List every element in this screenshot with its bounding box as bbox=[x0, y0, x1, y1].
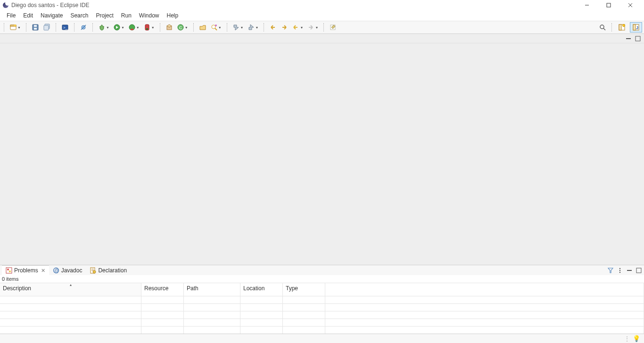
problems-count-text: 0 items bbox=[2, 276, 18, 282]
menu-navigate[interactable]: Navigate bbox=[37, 11, 66, 20]
toolbar-right: J bbox=[597, 22, 642, 33]
open-type-button[interactable] bbox=[198, 22, 208, 33]
menu-search[interactable]: Search bbox=[66, 11, 92, 20]
back-history-button[interactable]: ▼ bbox=[290, 22, 305, 33]
svg-rect-23 bbox=[131, 29, 133, 30]
table-header: ▴ Description Resource Path Location Typ… bbox=[0, 283, 644, 296]
java-perspective-button[interactable]: J bbox=[630, 22, 642, 33]
save-all-button[interactable] bbox=[41, 22, 52, 33]
new-java-package-button[interactable] bbox=[164, 22, 174, 33]
svg-point-47 bbox=[7, 269, 9, 270]
filter-icon[interactable] bbox=[607, 267, 614, 274]
save-button[interactable] bbox=[30, 22, 41, 33]
svg-rect-42 bbox=[633, 24, 636, 30]
search-button[interactable]: ▼ bbox=[209, 22, 223, 33]
toolbar-separator bbox=[227, 23, 227, 32]
svg-rect-46 bbox=[6, 268, 12, 273]
toolbar-separator bbox=[193, 23, 194, 32]
new-java-class-button[interactable]: C ▼ bbox=[175, 22, 190, 33]
run-button[interactable]: ▼ bbox=[112, 22, 126, 33]
column-type[interactable]: Type bbox=[283, 283, 325, 296]
access-search-button[interactable] bbox=[597, 22, 608, 33]
svg-rect-11 bbox=[44, 25, 49, 30]
minimize-button[interactable] bbox=[576, 0, 598, 10]
svg-rect-39 bbox=[619, 24, 621, 30]
svg-point-30 bbox=[212, 25, 215, 29]
svg-rect-1 bbox=[607, 3, 611, 7]
menu-bar: File Edit Navigate Search Project Run Wi… bbox=[0, 10, 644, 21]
menu-window[interactable]: Window bbox=[135, 11, 163, 20]
svg-point-16 bbox=[100, 25, 104, 30]
close-icon[interactable]: ✕ bbox=[41, 268, 45, 274]
svg-marker-55 bbox=[608, 268, 613, 273]
svg-text:@: @ bbox=[54, 268, 59, 273]
column-location[interactable]: Location bbox=[240, 283, 283, 296]
column-resource[interactable]: Resource bbox=[141, 283, 184, 296]
svg-text:C: C bbox=[179, 25, 182, 30]
tab-javadoc[interactable]: @ Javadoc bbox=[49, 265, 86, 276]
tab-declaration[interactable]: Declaration bbox=[86, 265, 131, 276]
svg-point-6 bbox=[14, 24, 16, 26]
column-type-label: Type bbox=[286, 285, 298, 292]
coverage-button[interactable]: ▼ bbox=[127, 22, 141, 33]
menu-help[interactable]: Help bbox=[163, 11, 182, 20]
svg-point-54 bbox=[93, 270, 96, 273]
title-bar: Diego dos santos - Eclipse IDE bbox=[0, 0, 644, 10]
tip-bulb-icon[interactable]: 💡 bbox=[633, 335, 640, 342]
status-drag-icon: ⋮ bbox=[624, 335, 630, 342]
menu-run[interactable]: Run bbox=[117, 11, 135, 20]
svg-marker-33 bbox=[234, 25, 239, 30]
toolbar-separator bbox=[92, 23, 93, 32]
toolbar-separator bbox=[26, 23, 26, 32]
debug-button[interactable]: ▼ bbox=[97, 22, 111, 33]
svg-text:>_: >_ bbox=[63, 25, 68, 30]
column-path[interactable]: Path bbox=[184, 283, 240, 296]
last-edit-location-fwd-button[interactable] bbox=[279, 22, 289, 33]
new-wizard-button[interactable]: ▼ bbox=[8, 22, 22, 33]
svg-point-58 bbox=[619, 271, 620, 272]
close-button[interactable] bbox=[619, 0, 641, 10]
next-annotation-button[interactable]: ▼ bbox=[231, 22, 245, 33]
column-description-label: Description bbox=[3, 285, 31, 292]
menu-edit[interactable]: Edit bbox=[19, 11, 37, 20]
last-edit-location-button[interactable] bbox=[268, 22, 278, 33]
toolbar-separator bbox=[264, 23, 264, 32]
problems-icon bbox=[6, 267, 12, 274]
javadoc-icon: @ bbox=[53, 267, 59, 274]
minimize-view-icon[interactable] bbox=[625, 35, 632, 42]
view-menu-icon[interactable] bbox=[617, 267, 623, 274]
pin-editor-button[interactable] bbox=[328, 22, 338, 33]
svg-rect-25 bbox=[146, 28, 148, 30]
table-row bbox=[0, 296, 644, 304]
bottom-view-tabs: Problems ✕ @ Javadoc Declaration bbox=[0, 265, 644, 275]
tab-problems[interactable]: Problems ✕ bbox=[2, 265, 49, 276]
editor-area bbox=[0, 43, 644, 265]
skip-breakpoints-button[interactable] bbox=[78, 22, 89, 33]
maximize-view-icon[interactable] bbox=[635, 35, 641, 42]
svg-rect-8 bbox=[34, 25, 37, 27]
maximize-pane-icon[interactable] bbox=[636, 267, 642, 274]
window-title-wrap: Diego dos santos - Eclipse IDE bbox=[3, 2, 576, 8]
column-description[interactable]: ▴ Description bbox=[0, 283, 141, 296]
svg-point-40 bbox=[623, 24, 625, 27]
table-row bbox=[0, 327, 644, 334]
sort-asc-icon: ▴ bbox=[70, 283, 72, 287]
problems-count: 0 items bbox=[0, 275, 644, 283]
open-perspective-button[interactable] bbox=[616, 22, 628, 33]
toolbar-separator bbox=[611, 23, 612, 32]
column-path-label: Path bbox=[187, 285, 198, 292]
main-toolbar: ▼ >_ ▼ bbox=[0, 21, 644, 34]
view-toolbar bbox=[607, 267, 642, 274]
eclipse-window: Diego dos santos - Eclipse IDE File Edit… bbox=[0, 0, 644, 343]
menu-project[interactable]: Project bbox=[92, 11, 117, 20]
forward-history-button[interactable]: ▼ bbox=[305, 22, 320, 33]
terminal-button[interactable]: >_ bbox=[60, 22, 70, 33]
menu-file[interactable]: File bbox=[3, 11, 19, 20]
svg-point-48 bbox=[9, 270, 11, 272]
maximize-button[interactable] bbox=[598, 0, 619, 10]
table-row bbox=[0, 319, 644, 327]
prev-annotation-button[interactable]: ▼ bbox=[246, 22, 260, 33]
run-last-tool-button[interactable]: ▼ bbox=[142, 22, 156, 33]
svg-rect-60 bbox=[636, 268, 641, 273]
minimize-pane-icon[interactable] bbox=[626, 267, 633, 274]
